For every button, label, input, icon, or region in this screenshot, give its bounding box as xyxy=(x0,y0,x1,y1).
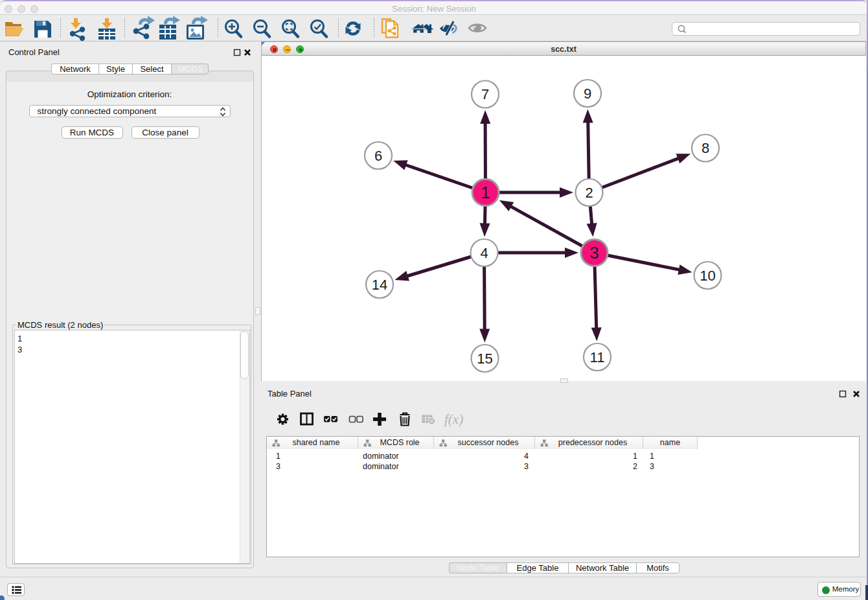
svg-text:f(x): f(x) xyxy=(444,411,463,427)
svg-text:11: 11 xyxy=(590,349,605,365)
svg-text:2: 2 xyxy=(585,185,593,201)
svg-text:9: 9 xyxy=(584,86,591,102)
svg-text:7: 7 xyxy=(481,86,489,102)
svg-text:15: 15 xyxy=(477,351,492,367)
svg-text:8: 8 xyxy=(702,140,709,156)
svg-text:6: 6 xyxy=(374,148,382,164)
svg-text:3: 3 xyxy=(589,243,599,262)
svg-text:4: 4 xyxy=(480,245,488,261)
svg-text:1: 1 xyxy=(481,183,490,202)
svg-text:10: 10 xyxy=(700,268,715,284)
svg-text:14: 14 xyxy=(372,277,387,293)
